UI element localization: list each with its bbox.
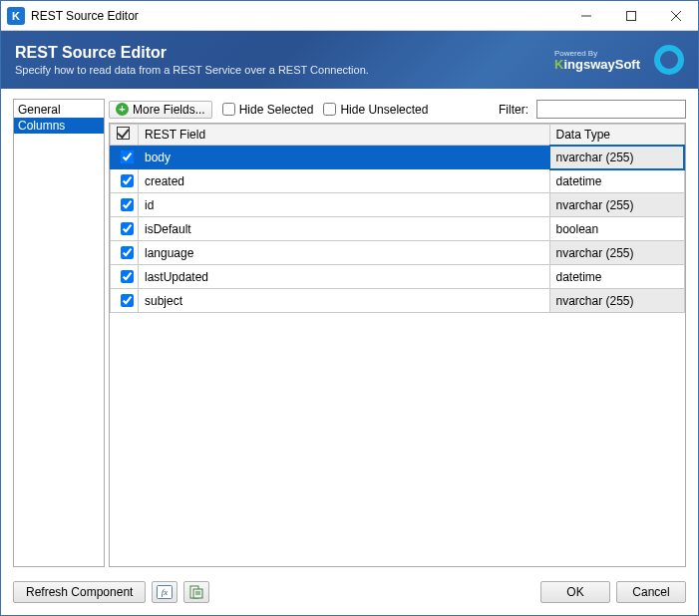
brand-logo: Powered By KingswaySoft xyxy=(554,45,684,75)
table-row[interactable]: lastUpdateddatetime xyxy=(111,265,685,289)
editor-window: K REST Source Editor REST Source Editor … xyxy=(0,0,699,616)
row-field-cell[interactable]: created xyxy=(139,169,550,193)
cancel-button[interactable]: Cancel xyxy=(616,581,686,603)
close-button[interactable] xyxy=(653,1,698,30)
doc-icon xyxy=(188,585,204,599)
doc-button[interactable] xyxy=(183,581,209,603)
table-row[interactable]: isDefaultboolean xyxy=(111,217,685,241)
row-type-cell[interactable]: nvarchar (255) xyxy=(549,241,684,265)
more-fields-button[interactable]: + More Fields... xyxy=(109,101,212,119)
row-type-cell[interactable]: boolean xyxy=(549,217,684,241)
row-field-cell[interactable]: subject xyxy=(139,289,550,313)
minimize-button[interactable] xyxy=(563,1,608,30)
table-row[interactable]: subjectnvarchar (255) xyxy=(111,289,685,313)
row-type-cell[interactable]: datetime xyxy=(549,169,684,193)
row-checkbox[interactable] xyxy=(121,270,134,283)
grid-header-type[interactable]: Data Type xyxy=(549,125,684,146)
row-field-cell[interactable]: language xyxy=(139,241,550,265)
hide-selected-input[interactable] xyxy=(222,103,235,116)
row-field-cell[interactable]: isDefault xyxy=(139,217,550,241)
row-type-cell[interactable]: nvarchar (255) xyxy=(549,146,684,169)
titlebar: K REST Source Editor xyxy=(1,1,698,31)
row-checkbox[interactable] xyxy=(121,222,134,235)
grid-header-row: REST Field Data Type xyxy=(111,125,685,146)
window-controls xyxy=(563,1,698,30)
row-checkbox[interactable] xyxy=(121,198,134,211)
sidebar-nav: General Columns xyxy=(13,99,105,567)
row-field-cell[interactable]: lastUpdated xyxy=(139,265,550,289)
grid-table: REST Field Data Type bodynvarchar (255)c… xyxy=(110,124,685,313)
sidebar-item-general[interactable]: General xyxy=(14,102,104,118)
banner-title: REST Source Editor xyxy=(15,44,554,62)
table-row[interactable]: bodynvarchar (255) xyxy=(111,146,685,169)
row-field-cell[interactable]: body xyxy=(139,146,550,169)
refresh-component-button[interactable]: Refresh Component xyxy=(13,581,146,603)
ring-icon xyxy=(654,45,684,75)
svg-text:fx: fx xyxy=(162,587,169,597)
svg-rect-1 xyxy=(626,11,635,20)
check-icon xyxy=(117,127,130,140)
banner-subtitle: Specify how to read data from a REST Ser… xyxy=(15,64,554,76)
maximize-button[interactable] xyxy=(608,1,653,30)
row-checkbox-cell[interactable] xyxy=(111,265,139,289)
row-checkbox[interactable] xyxy=(121,246,134,259)
row-checkbox-cell[interactable] xyxy=(111,241,139,265)
header-banner: REST Source Editor Specify how to read d… xyxy=(1,31,698,89)
footer-bar: Refresh Component fx OK Cancel xyxy=(1,571,698,615)
row-checkbox[interactable] xyxy=(121,294,134,307)
fx-button[interactable]: fx xyxy=(152,581,177,603)
grid-header-checkbox[interactable] xyxy=(111,125,139,146)
main-panel: + More Fields... Hide Selected Hide Unse… xyxy=(109,99,686,567)
filter-input[interactable] xyxy=(536,100,686,119)
row-checkbox-cell[interactable] xyxy=(111,217,139,241)
app-icon: K xyxy=(7,7,25,25)
table-row[interactable]: idnvarchar (255) xyxy=(111,193,685,217)
ok-button[interactable]: OK xyxy=(540,581,610,603)
row-type-cell[interactable]: nvarchar (255) xyxy=(549,193,684,217)
toolbar: + More Fields... Hide Selected Hide Unse… xyxy=(109,99,686,123)
row-checkbox-cell[interactable] xyxy=(111,289,139,313)
hide-unselected-checkbox[interactable]: Hide Unselected xyxy=(323,103,428,117)
hide-selected-checkbox[interactable]: Hide Selected xyxy=(222,103,314,117)
content-area: General Columns + More Fields... Hide Se… xyxy=(1,89,698,571)
row-field-cell[interactable]: id xyxy=(139,193,550,217)
columns-grid: REST Field Data Type bodynvarchar (255)c… xyxy=(109,123,686,567)
window-title: REST Source Editor xyxy=(31,9,563,23)
filter-label: Filter: xyxy=(499,103,528,117)
table-row[interactable]: createddatetime xyxy=(111,169,685,193)
hide-unselected-input[interactable] xyxy=(323,103,336,116)
fx-icon: fx xyxy=(157,585,173,599)
row-type-cell[interactable]: nvarchar (255) xyxy=(549,289,684,313)
row-type-cell[interactable]: datetime xyxy=(549,265,684,289)
sidebar-item-columns[interactable]: Columns xyxy=(14,118,104,134)
row-checkbox-cell[interactable] xyxy=(111,169,139,193)
grid-header-field[interactable]: REST Field xyxy=(139,125,550,146)
plus-icon: + xyxy=(116,103,129,116)
row-checkbox-cell[interactable] xyxy=(111,193,139,217)
row-checkbox[interactable] xyxy=(121,151,134,163)
row-checkbox[interactable] xyxy=(121,174,134,187)
table-row[interactable]: languagenvarchar (255) xyxy=(111,241,685,265)
row-checkbox-cell[interactable] xyxy=(111,146,139,169)
